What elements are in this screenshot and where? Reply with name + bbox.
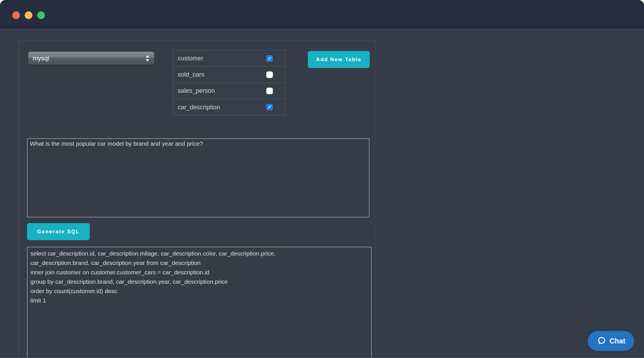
table-name-label: customer <box>178 55 266 62</box>
table-name-label: sales_person <box>178 87 266 94</box>
screenshot-stage: mysql customersold_carssales_personcar_d… <box>0 0 644 358</box>
question-input[interactable]: What is the most popular car model by br… <box>27 138 369 217</box>
chat-bubble-icon <box>597 336 606 346</box>
add-new-table-button[interactable]: Add New Table <box>308 51 370 68</box>
table-name-label: car_description <box>178 104 266 111</box>
select-stepper-icon <box>145 55 150 62</box>
main-panel: mysql customersold_carssales_personcar_d… <box>18 41 376 358</box>
table-list: customersold_carssales_personcar_descrip… <box>173 50 286 116</box>
table-row: customer <box>173 50 285 67</box>
zoom-window-button[interactable] <box>37 11 45 19</box>
table-checkbox[interactable] <box>266 104 273 110</box>
table-checkbox[interactable] <box>266 88 273 94</box>
titlebar <box>0 0 644 30</box>
table-checkbox[interactable] <box>266 55 273 62</box>
table-row: sales_person <box>173 83 285 99</box>
table-row: sold_cars <box>173 67 285 83</box>
sql-output-textarea[interactable]: select car_description.id, car_descripti… <box>27 247 372 358</box>
generate-sql-button[interactable]: Generate SQL <box>27 223 90 240</box>
database-engine-select[interactable]: mysql <box>28 52 155 65</box>
table-row: car_description <box>173 99 285 115</box>
minimize-window-button[interactable] <box>25 11 32 19</box>
app-window: mysql customersold_carssales_personcar_d… <box>0 0 644 358</box>
close-window-button[interactable] <box>12 11 20 19</box>
table-name-label: sold_cars <box>178 71 266 78</box>
chat-button[interactable]: Chat <box>588 331 634 351</box>
table-checkbox[interactable] <box>266 71 273 78</box>
database-engine-value: mysql <box>33 55 145 62</box>
chat-button-label: Chat <box>610 337 626 345</box>
